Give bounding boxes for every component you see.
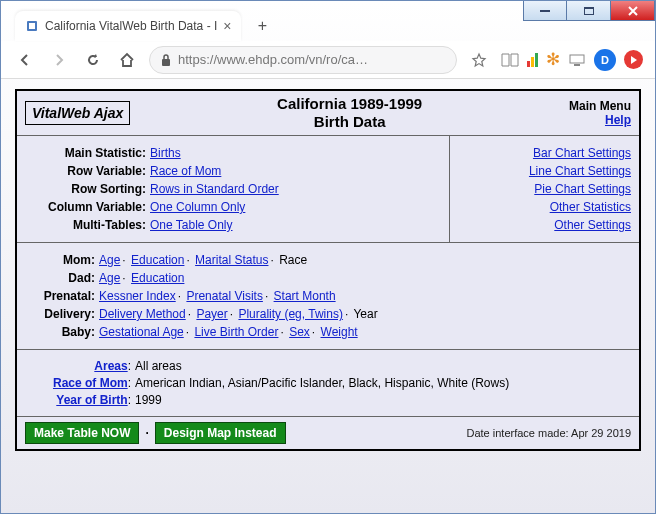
race-of-mom-value: American Indian, Asian/Pacific Islander,… (135, 376, 509, 390)
gestational-age-link[interactable]: Gestational Age (99, 325, 184, 339)
browser-window: California VitalWeb Birth Data - I × + h… (0, 0, 656, 514)
star-icon[interactable] (467, 48, 491, 72)
pie-chart-settings-link[interactable]: Pie Chart Settings (534, 182, 631, 196)
svg-rect-1 (29, 23, 35, 29)
dad-age-link[interactable]: Age (99, 271, 120, 285)
url-text: https://www.ehdp.com/vn/ro/ca… (178, 52, 368, 67)
app-page: VitalWeb Ajax California 1989-1999 Birth… (15, 89, 641, 451)
col-var-label: Column Variable: (25, 200, 150, 214)
window-minimize-button[interactable] (523, 1, 567, 21)
year-of-birth-link[interactable]: Year of Birth (56, 393, 127, 407)
tab-title: California VitalWeb Birth Data - I (45, 19, 217, 33)
prenatal-visits-link[interactable]: Prenatal Visits (186, 289, 262, 303)
bar-chart-settings-link[interactable]: Bar Chart Settings (533, 146, 631, 160)
row-sort-link[interactable]: Rows in Standard Order (150, 182, 279, 196)
svg-rect-2 (162, 59, 170, 66)
brand-box: VitalWeb Ajax (25, 101, 130, 125)
help-link[interactable]: Help (569, 113, 631, 127)
page-title: California 1989-1999 Birth Data (130, 95, 569, 131)
payer-link[interactable]: Payer (196, 307, 227, 321)
browser-toolbar: https://www.ehdp.com/vn/ro/ca… ✻ D (1, 41, 655, 79)
main-stat-link[interactable]: Births (150, 146, 181, 160)
delivery-year-text: Year (353, 307, 377, 321)
make-table-button[interactable]: Make Table NOW (25, 422, 139, 444)
extension-book-icon[interactable] (501, 53, 519, 67)
row-sort-label: Row Sorting: (25, 182, 150, 196)
footer-separator: · (145, 426, 148, 440)
extension-bars-icon[interactable] (527, 53, 538, 67)
row-var-label: Row Variable: (25, 164, 150, 178)
extension-gear-icon[interactable]: ✻ (546, 51, 560, 68)
multi-link[interactable]: One Table Only (150, 218, 233, 232)
col-var-link[interactable]: One Column Only (150, 200, 245, 214)
areas-link[interactable]: Areas (94, 359, 127, 373)
forward-button[interactable] (47, 48, 71, 72)
birth-order-link[interactable]: Live Birth Order (194, 325, 278, 339)
kessner-link[interactable]: Kessner Index (99, 289, 176, 303)
other-settings-link[interactable]: Other Settings (554, 218, 631, 232)
prenatal-label: Prenatal: (25, 289, 99, 303)
back-button[interactable] (13, 48, 37, 72)
dad-edu-link[interactable]: Education (131, 271, 184, 285)
plurality-link[interactable]: Plurality (eg, Twins) (238, 307, 342, 321)
mom-mar-link[interactable]: Marital Status (195, 253, 268, 267)
main-stat-label: Main Statistic: (25, 146, 150, 160)
footer-date-text: Date interface made: Apr 29 2019 (467, 427, 632, 439)
tab-close-icon[interactable]: × (223, 18, 231, 34)
lock-icon (160, 53, 172, 67)
mom-label: Mom: (25, 253, 99, 267)
race-of-mom-link[interactable]: Race of Mom (53, 376, 128, 390)
dad-label: Dad: (25, 271, 99, 285)
multi-label: Multi-Tables: (25, 218, 150, 232)
main-menu-label: Main Menu (569, 99, 631, 113)
browser-tab[interactable]: California VitalWeb Birth Data - I × (15, 11, 241, 41)
baby-label: Baby: (25, 325, 99, 339)
other-statistics-link[interactable]: Other Statistics (550, 200, 631, 214)
window-maximize-button[interactable] (567, 1, 611, 21)
profile-button[interactable]: D (594, 49, 616, 71)
start-month-link[interactable]: Start Month (274, 289, 336, 303)
address-bar[interactable]: https://www.ehdp.com/vn/ro/ca… (149, 46, 457, 74)
svg-rect-3 (570, 55, 584, 63)
mom-race-text: Race (279, 253, 307, 267)
row-var-link[interactable]: Race of Mom (150, 164, 221, 178)
line-chart-settings-link[interactable]: Line Chart Settings (529, 164, 631, 178)
new-tab-button[interactable]: + (249, 13, 275, 39)
year-of-birth-value: 1999 (135, 393, 162, 407)
mom-age-link[interactable]: Age (99, 253, 120, 267)
reload-button[interactable] (81, 48, 105, 72)
window-close-button[interactable] (611, 1, 655, 21)
extension-red-icon[interactable] (624, 50, 643, 69)
sex-link[interactable]: Sex (289, 325, 310, 339)
extension-device-icon[interactable] (568, 51, 586, 69)
areas-value: All areas (135, 359, 182, 373)
design-map-button[interactable]: Design Map Instead (155, 422, 286, 444)
delivery-label: Delivery: (25, 307, 99, 321)
tab-favicon-icon (25, 19, 39, 33)
delivery-method-link[interactable]: Delivery Method (99, 307, 186, 321)
mom-edu-link[interactable]: Education (131, 253, 184, 267)
weight-link[interactable]: Weight (321, 325, 358, 339)
home-button[interactable] (115, 48, 139, 72)
